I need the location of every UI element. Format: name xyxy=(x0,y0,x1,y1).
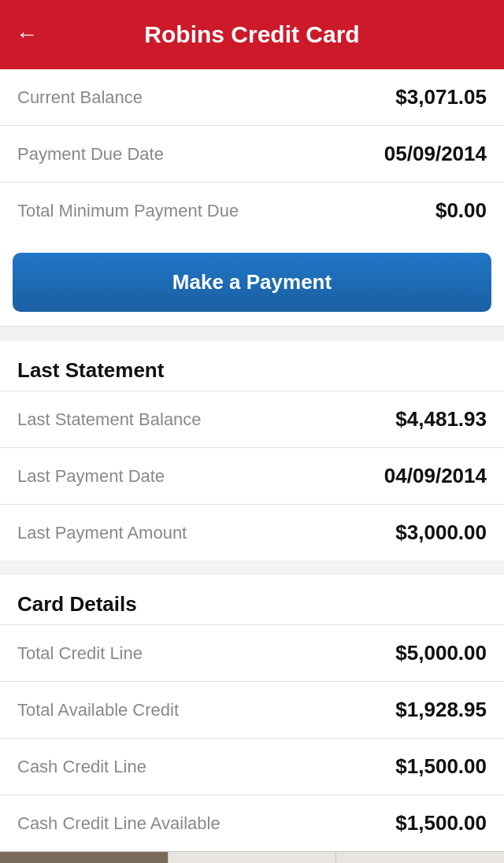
last-statement-balance-row: Last Statement Balance $4,481.93 xyxy=(0,391,504,448)
last-statement-balance-label: Last Statement Balance xyxy=(17,409,202,430)
make-payment-button[interactable]: Make a Payment xyxy=(13,253,491,312)
header: ← Robins Credit Card xyxy=(0,0,504,69)
page-title: Robins Credit Card xyxy=(46,21,458,48)
current-balance-value: $3,071.05 xyxy=(395,85,487,109)
available-credit-row: Total Available Credit $1,928.95 xyxy=(0,682,504,739)
available-credit-label: Total Available Credit xyxy=(17,700,179,720)
last-statement-balance-value: $4,481.93 xyxy=(395,407,487,432)
tab-details[interactable]: Details xyxy=(0,852,169,863)
divider-1 xyxy=(0,327,504,341)
available-credit-value: $1,928.95 xyxy=(395,698,487,722)
last-payment-amount-label: Last Payment Amount xyxy=(17,523,187,543)
cash-credit-label: Cash Credit Line xyxy=(17,757,146,777)
back-arrow-icon: ← xyxy=(16,22,38,47)
card-details-heading: Card Details xyxy=(17,592,137,616)
bottom-tabs: Details Activity I Want To... xyxy=(0,851,504,863)
tab-activity[interactable]: Activity xyxy=(169,852,337,863)
cash-credit-row: Cash Credit Line $1,500.00 xyxy=(0,739,504,795)
cash-available-value: $1,500.00 xyxy=(395,811,487,835)
last-statement-heading: Last Statement xyxy=(17,358,164,382)
cash-available-label: Cash Credit Line Available xyxy=(17,813,220,834)
card-details-header: Card Details xyxy=(0,575,504,625)
last-statement-header: Last Statement xyxy=(0,341,504,391)
last-payment-date-value: 04/09/2014 xyxy=(384,464,487,488)
cash-available-row: Cash Credit Line Available $1,500.00 xyxy=(0,795,504,851)
last-payment-amount-row: Last Payment Amount $3,000.00 xyxy=(0,505,504,561)
total-credit-value: $5,000.00 xyxy=(395,641,487,665)
last-payment-date-label: Last Payment Date xyxy=(17,466,165,487)
total-credit-label: Total Credit Line xyxy=(17,643,143,664)
divider-2 xyxy=(0,561,504,575)
last-payment-date-row: Last Payment Date 04/09/2014 xyxy=(0,448,504,505)
payment-due-date-value: 05/09/2014 xyxy=(384,142,487,166)
content-area: Current Balance $3,071.05 Payment Due Da… xyxy=(0,69,504,851)
current-balance-row: Current Balance $3,071.05 xyxy=(0,69,504,126)
back-button[interactable]: ← xyxy=(16,22,38,47)
min-payment-value: $0.00 xyxy=(435,198,487,223)
last-payment-amount-value: $3,000.00 xyxy=(395,520,487,545)
payment-button-wrapper: Make a Payment xyxy=(0,239,504,327)
summary-group: Current Balance $3,071.05 Payment Due Da… xyxy=(0,69,504,239)
last-statement-group: Last Statement Last Statement Balance $4… xyxy=(0,341,504,561)
payment-due-date-row: Payment Due Date 05/09/2014 xyxy=(0,126,504,183)
current-balance-label: Current Balance xyxy=(17,87,143,108)
total-credit-row: Total Credit Line $5,000.00 xyxy=(0,625,504,682)
cash-credit-value: $1,500.00 xyxy=(395,754,487,779)
min-payment-row: Total Minimum Payment Due $0.00 xyxy=(0,183,504,239)
min-payment-label: Total Minimum Payment Due xyxy=(17,201,239,221)
card-details-group: Card Details Total Credit Line $5,000.00… xyxy=(0,575,504,851)
payment-due-date-label: Payment Due Date xyxy=(17,144,164,165)
tab-i-want-to[interactable]: I Want To... xyxy=(336,852,504,863)
